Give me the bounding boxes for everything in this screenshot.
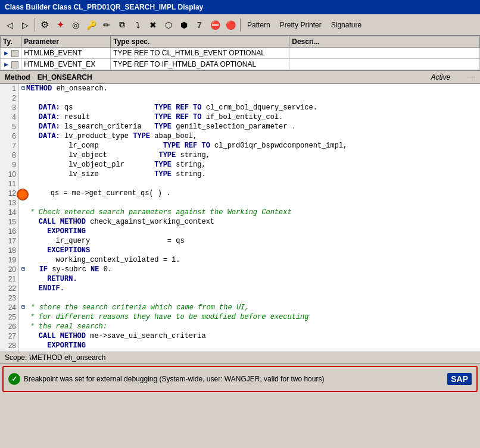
linenum: 23 bbox=[0, 293, 18, 303]
linenum: 7 bbox=[0, 141, 18, 151]
status-icon: ✓ bbox=[8, 373, 20, 385]
code-line-2 bbox=[19, 93, 480, 103]
code-line-18: EXCEPTIONS bbox=[19, 246, 480, 255]
code-line-28: EXPORTING bbox=[19, 341, 480, 350]
collapse-icon-1[interactable]: ⊟ bbox=[21, 84, 25, 93]
linenum: 25 bbox=[0, 312, 18, 322]
find-button[interactable]: ⬢ bbox=[177, 18, 191, 32]
row-arrow-2: ► bbox=[3, 61, 10, 68]
num-button[interactable]: 7 bbox=[192, 18, 207, 32]
col-typespec: Type spec. bbox=[111, 36, 289, 48]
code-line-25: * for different reasons they have to be … bbox=[19, 312, 480, 322]
table-row: ► HTMLMB_EVENT_EX TYPE REF TO IF_HTMLB_D… bbox=[1, 59, 480, 70]
code-line-27: CALL METHOD me->save_ui_search_criteria bbox=[19, 331, 480, 341]
linenum: 1 bbox=[0, 84, 18, 93]
code-line-13 bbox=[19, 198, 480, 208]
row-checkbox-2[interactable] bbox=[11, 61, 18, 68]
code-line-11 bbox=[19, 179, 480, 189]
linenum: 19 bbox=[0, 255, 18, 265]
rename-button[interactable]: ⤵ bbox=[130, 18, 145, 32]
status-bar: ✓ Breakpoint was set for external debugg… bbox=[2, 366, 478, 392]
signature-button[interactable]: Signature bbox=[327, 18, 366, 32]
row-param-1: HTMLMB_EVENT bbox=[21, 48, 111, 59]
back-button[interactable]: ◁ bbox=[2, 18, 17, 32]
toolbar: ◁ ▷ ⚙ ✦ ◎ 🔑 ✏ ⧉ ⤵ ✖ ⬡ ⬢ 7 ⛔ 🔴 Pattern Pr… bbox=[0, 14, 480, 36]
code-line-14: * Check entered search parameters agains… bbox=[19, 208, 480, 217]
collapse-icon-20[interactable]: ⊟ bbox=[21, 265, 25, 274]
scope-value: \METHOD eh_onsearch bbox=[29, 353, 105, 362]
row-checkbox-1[interactable] bbox=[11, 50, 18, 57]
linenum: 4 bbox=[0, 112, 18, 122]
linenum: 21 bbox=[0, 274, 18, 284]
linenum: 13 bbox=[0, 198, 18, 208]
linenum: 8 bbox=[0, 151, 18, 160]
code-line-16: EXPORTING bbox=[19, 227, 480, 236]
edit-button[interactable]: ✏ bbox=[99, 18, 114, 32]
breakpoint-marker[interactable] bbox=[17, 189, 29, 200]
param-table: Ty. Parameter Type spec. Descri... ► HTM… bbox=[0, 36, 480, 70]
linenum: 10 bbox=[0, 170, 18, 179]
col-descri: Descri... bbox=[289, 36, 480, 48]
linenum: 2 bbox=[0, 93, 18, 103]
forward-button[interactable]: ▷ bbox=[18, 18, 32, 32]
linenum: 28 bbox=[0, 341, 18, 350]
code-line-4: DATA: result TYPE REF TO if_bol_entity_c… bbox=[19, 112, 480, 122]
delete-button[interactable]: ✖ bbox=[146, 18, 160, 32]
method-bar: Method EH_ONSEARCH Active ····· bbox=[0, 71, 480, 84]
pretty-printer-button[interactable]: Pretty Printer bbox=[276, 18, 326, 32]
row-arrow-1: ► bbox=[3, 49, 10, 57]
code-line-5: DATA: ls_search_criteria TYPE genilt_sel… bbox=[19, 122, 480, 131]
code-line-23 bbox=[19, 293, 480, 303]
code-line-7: lr_comp TYPE REF TO cl_prd01qr_bspwdcomp… bbox=[19, 141, 480, 151]
col-parameter: Parameter bbox=[21, 36, 111, 48]
linenum: 5 bbox=[0, 122, 18, 131]
code-content[interactable]: ⊟ METHOD eh_onsearch. DATA: qs TYPE REF … bbox=[19, 84, 480, 352]
linenum: 11 bbox=[0, 179, 18, 189]
pattern-button[interactable]: Pattern bbox=[243, 18, 275, 32]
method-label: Method bbox=[5, 73, 30, 82]
title-bar: Class Builder Class CL_PRD01QR_SEARCH_IM… bbox=[0, 0, 480, 14]
deactivate-button[interactable]: ◎ bbox=[68, 18, 83, 32]
linenum: 24 bbox=[0, 303, 18, 312]
row-typespec-2: TYPE REF TO IF_HTMLB_DATA OPTIONAL bbox=[111, 59, 289, 70]
code-line-24: ⊟ * store the search criteria which came… bbox=[19, 303, 480, 312]
linenum: 9 bbox=[0, 160, 18, 170]
code-line-3: DATA: qs TYPE REF TO cl_crm_bol_dquery_s… bbox=[19, 103, 480, 112]
line-numbers: 1 2 3 4 5 6 7 8 9 10 11 12 13 14 15 16 1… bbox=[0, 84, 19, 352]
debug-button[interactable]: ⛔ bbox=[208, 18, 222, 32]
check-button[interactable]: ⚙ bbox=[38, 18, 52, 32]
code-line-20: ⊟ IF sy-subrc NE 0. bbox=[19, 265, 480, 274]
copy-button[interactable]: ⧉ bbox=[115, 18, 129, 32]
bp-button[interactable]: 🔴 bbox=[223, 18, 238, 32]
code-line-9: lv_object_plr TYPE string, bbox=[19, 160, 480, 170]
local-obj-button[interactable]: 🔑 bbox=[84, 18, 98, 32]
title-text: Class Builder Class CL_PRD01QR_SEARCH_IM… bbox=[5, 3, 203, 11]
row-descri-2 bbox=[289, 59, 480, 70]
active-label: Active bbox=[431, 73, 450, 82]
collapse-icon-24[interactable]: ⊟ bbox=[21, 303, 25, 312]
linenum: 17 bbox=[0, 236, 18, 246]
linenum: 3 bbox=[0, 103, 18, 112]
table-row: ► HTMLMB_EVENT TYPE REF TO CL_HTMLB_EVEN… bbox=[1, 48, 480, 59]
row-ty-2: ► bbox=[1, 59, 21, 70]
linenum: 14 bbox=[0, 208, 18, 217]
col-ty: Ty. bbox=[1, 36, 21, 48]
linenum: 16 bbox=[0, 227, 18, 236]
dotted-indicator: ····· bbox=[467, 74, 475, 80]
linenum: 26 bbox=[0, 322, 18, 331]
scope-bar: Scope: \METHOD eh_onsearch bbox=[0, 352, 480, 364]
code-line-21: RETURN. bbox=[19, 274, 480, 284]
row-ty-1: ► bbox=[1, 48, 21, 59]
code-line-10: lv_size TYPE string. bbox=[19, 170, 480, 179]
row-typespec-1: TYPE REF TO CL_HTMLB_EVENT OPTIONAL bbox=[111, 48, 289, 59]
activate-button[interactable]: ✦ bbox=[53, 18, 67, 32]
code-line-1: ⊟ METHOD eh_onsearch. bbox=[19, 84, 480, 93]
method-name: EH_ONSEARCH bbox=[38, 73, 92, 82]
code-line-19: working_context_violated = 1. bbox=[19, 255, 480, 265]
code-line-12: qs = me->get_current_qs( ) . bbox=[19, 189, 480, 198]
row-param-2: HTMLMB_EVENT_EX bbox=[21, 59, 111, 70]
code-line-22: ENDIF. bbox=[19, 284, 480, 293]
nav-button[interactable]: ⬡ bbox=[161, 18, 176, 32]
param-table-area: Ty. Parameter Type spec. Descri... ► HTM… bbox=[0, 36, 480, 71]
code-line-17: ir_query = qs bbox=[19, 236, 480, 246]
